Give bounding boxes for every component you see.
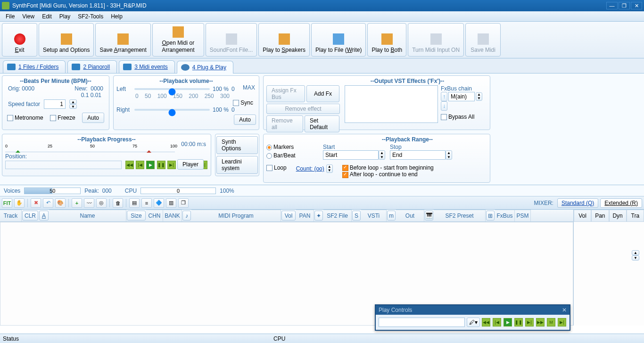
add-icon[interactable]: +	[72, 198, 82, 208]
rewind-button[interactable]: ◀◀	[125, 161, 134, 169]
set-default-button[interactable]: Set Default	[305, 115, 339, 132]
minimize-button[interactable]: —	[606, 2, 618, 9]
col-sf2preset[interactable]: SF2 Preset	[434, 210, 486, 221]
target-icon[interactable]: ◎	[96, 198, 107, 208]
play-button[interactable]: ▶	[146, 161, 155, 169]
exit-button[interactable]: Exit	[2, 23, 37, 57]
pc-play[interactable]: ▶	[504, 318, 512, 327]
play-speakers-button[interactable]: Play to Speakers	[258, 23, 310, 57]
pc-m[interactable]: M	[547, 318, 555, 327]
speed-input[interactable]	[44, 99, 66, 109]
col-bus-icon[interactable]: ⊞	[486, 211, 495, 220]
mixer-spin-up[interactable]: ▲	[632, 250, 639, 255]
trash-icon[interactable]: 🗑	[113, 198, 123, 208]
mixcol-vol[interactable]: Vol	[574, 210, 591, 222]
left-slider[interactable]	[134, 85, 210, 93]
leardini-button[interactable]: Leardini system	[216, 156, 258, 174]
prev-button[interactable]: |◀	[136, 161, 144, 169]
col-chn[interactable]: CHN	[146, 210, 163, 221]
menu-sf2tools[interactable]: SF2-Tools	[74, 12, 107, 21]
menu-help[interactable]: Help	[107, 12, 126, 21]
setup-button[interactable]: Setup and Options	[39, 23, 94, 57]
pc-prev[interactable]: |◀	[493, 318, 501, 327]
delete-icon[interactable]: ✖	[31, 198, 41, 208]
col-psm[interactable]: PSM	[515, 210, 531, 221]
loop-checkbox[interactable]: Loop	[266, 164, 287, 171]
markers-radio[interactable]: Markers	[266, 144, 314, 150]
stack-icon[interactable]: ≡	[141, 198, 152, 208]
piano-icon[interactable]: ▥	[166, 198, 176, 208]
bpm-auto-button[interactable]: Auto	[82, 113, 104, 123]
right-slider[interactable]	[134, 106, 210, 114]
barbeat-radio[interactable]: Bar/Beat	[266, 152, 314, 159]
end-marker-icon[interactable]	[147, 148, 151, 153]
col-a[interactable]: A	[39, 211, 49, 220]
mixer-standard-button[interactable]: Standard (Q)	[557, 198, 598, 208]
fxbus-down-button[interactable]: ↓	[441, 101, 447, 111]
mixcol-dyn[interactable]: Dyn	[609, 210, 627, 222]
col-midi-icon[interactable]: m	[387, 211, 396, 220]
assign-fxbus-button[interactable]: Assign Fx Bus	[266, 85, 305, 102]
layers-icon[interactable]: ▤	[129, 198, 140, 208]
fxbus-select[interactable]	[448, 92, 475, 101]
pc-pause[interactable]: ❚❚	[514, 318, 523, 327]
count-link[interactable]: Count: (oo)	[296, 165, 324, 172]
tab-files[interactable]: 1 Files / Folders	[3, 60, 66, 73]
col-sf2file[interactable]: SF2 File	[323, 210, 352, 221]
next-button[interactable]: ▶|	[167, 161, 176, 169]
col-track[interactable]: Track	[0, 210, 22, 221]
play-both-button[interactable]: Play to Both	[367, 23, 406, 57]
start-select[interactable]	[323, 150, 379, 160]
play-file-button[interactable]: Play to File (Write)	[311, 23, 366, 57]
metronome-checkbox[interactable]: Metronome	[7, 114, 43, 121]
midi-input-button[interactable]: Turn Midi Input ON	[408, 23, 464, 57]
player-button[interactable]: Player	[177, 159, 204, 170]
col-fx-icon[interactable]: ✦	[314, 211, 323, 220]
remove-all-button[interactable]: Remove all	[266, 115, 303, 132]
count-spinner[interactable]: ▲▼	[326, 164, 333, 173]
brush-icon[interactable]: 🖊▾	[467, 318, 480, 327]
start-marker-icon[interactable]	[16, 148, 20, 153]
menu-file[interactable]: File	[2, 12, 18, 21]
col-clr[interactable]: CLR	[22, 211, 38, 220]
wave-icon[interactable]: 〰	[84, 198, 94, 208]
open-midi-button[interactable]: Open Midi orArrangement	[152, 23, 204, 57]
stop-select[interactable]	[390, 150, 446, 160]
color-icon[interactable]: 🔷	[154, 198, 164, 208]
play-controls-bar[interactable]	[379, 318, 465, 327]
mixer-extended-button[interactable]: Extended (R)	[600, 198, 642, 208]
maximize-button[interactable]: ❐	[619, 2, 630, 9]
col-music-icon[interactable]: ♪	[182, 211, 191, 220]
fxbus-spinner[interactable]: ▲▼	[476, 92, 482, 101]
col-vsti[interactable]: VSTi	[361, 210, 387, 221]
col-preset-icon[interactable]: 🎹	[425, 211, 433, 220]
freeze-checkbox[interactable]: Freeze	[50, 114, 75, 121]
sync-checkbox[interactable]: Sync	[233, 99, 253, 106]
tab-pianoroll[interactable]: 2 Pianoroll	[67, 60, 117, 73]
before-loop-checkbox[interactable]: Before loop - start from beginning	[342, 164, 434, 171]
menu-play[interactable]: Play	[56, 12, 74, 21]
pc-end[interactable]: ▶|	[558, 318, 566, 327]
tool-icon[interactable]: 🎨	[55, 198, 66, 208]
col-sf-icon[interactable]: S	[352, 211, 361, 220]
undo-icon[interactable]: ↶	[43, 198, 53, 208]
save-arrangement-button[interactable]: Save Arrangement	[95, 23, 150, 57]
synth-options-button[interactable]: Synth Options	[216, 136, 258, 154]
soundfont-file-button[interactable]: SoundFont File...	[206, 23, 257, 57]
col-fxbus[interactable]: FxBus	[495, 210, 515, 221]
menu-edit[interactable]: Edit	[38, 12, 56, 21]
fit-button[interactable]: FIT	[2, 198, 12, 208]
position-bar[interactable]	[5, 161, 122, 169]
after-loop-checkbox[interactable]: After loop - continue to end	[342, 171, 434, 178]
fx-listbox[interactable]	[345, 85, 438, 123]
volume-auto-button[interactable]: Auto	[234, 114, 256, 125]
pc-next[interactable]: ▶|	[525, 318, 534, 327]
speed-up-button[interactable]: ▲	[69, 99, 77, 104]
tab-midievents[interactable]: 3 Midi events	[119, 60, 175, 73]
hand-icon[interactable]: ✋	[14, 198, 25, 208]
tab-plugplay[interactable]: 4 Plug & Play	[177, 61, 233, 74]
col-out[interactable]: Out	[396, 210, 424, 221]
col-bank[interactable]: BANK	[163, 210, 182, 221]
mixer-spin-down[interactable]: ▼	[632, 255, 639, 261]
remove-effect-button[interactable]: Remove effect	[266, 104, 340, 114]
